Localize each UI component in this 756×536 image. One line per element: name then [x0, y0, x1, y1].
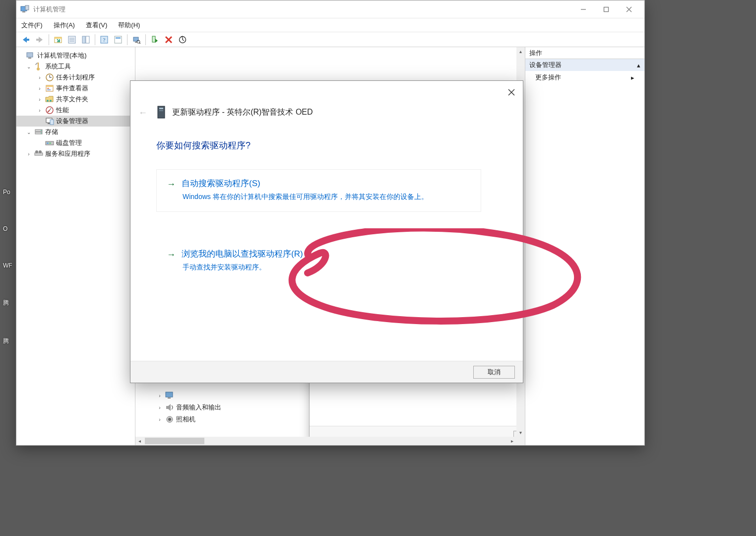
up-button[interactable] — [52, 34, 64, 46]
actions-section[interactable]: 设备管理器 ▴ — [525, 59, 644, 71]
expand-icon[interactable]: › — [36, 97, 43, 102]
svg-point-32 — [37, 67, 40, 70]
svg-point-61 — [168, 418, 171, 421]
wizard-cancel-button[interactable]: 取消 — [473, 366, 515, 379]
tree-storage[interactable]: ⌄ 存储 — [16, 127, 135, 137]
scroll-right-icon[interactable]: ▸ — [508, 437, 516, 445]
actions-more[interactable]: 更多操作 ▸ — [525, 71, 644, 84]
svg-rect-25 — [152, 36, 155, 42]
performance-icon — [45, 106, 54, 115]
menu-action[interactable]: 操作(A) — [54, 21, 75, 30]
expand-icon[interactable]: › — [36, 108, 43, 113]
tree-shared-folders[interactable]: › 共享文件夹 — [16, 94, 135, 105]
menu-help[interactable]: 帮助(H) — [118, 21, 140, 30]
menu-file[interactable]: 文件(F) — [21, 21, 43, 30]
update-driver-button[interactable] — [176, 34, 189, 46]
tree-label: 磁盘管理 — [56, 138, 82, 147]
svg-rect-2 — [25, 5, 29, 10]
device-label: 照相机 — [176, 415, 195, 424]
scroll-up-icon[interactable]: ▴ — [516, 47, 525, 56]
svg-rect-37 — [46, 85, 53, 87]
minimize-button[interactable] — [572, 0, 595, 18]
svg-point-40 — [47, 100, 49, 102]
svg-rect-30 — [28, 58, 31, 59]
tree-label: 共享文件夹 — [56, 95, 88, 104]
device-tree-camera[interactable]: › 照相机 — [141, 413, 221, 425]
disable-device-button[interactable] — [162, 34, 175, 46]
wizard-close-button[interactable] — [505, 86, 518, 99]
svg-point-41 — [50, 100, 52, 102]
toolbar: ? — [16, 32, 644, 47]
event-icon — [45, 84, 54, 93]
device-tree-audio-io[interactable]: › 音频输入和输出 — [141, 402, 221, 413]
device-manager-icon — [45, 117, 54, 126]
camera-icon — [165, 415, 174, 424]
services-icon — [34, 149, 43, 158]
scroll-down-icon[interactable]: ▾ — [516, 428, 525, 437]
expand-icon[interactable]: › — [25, 151, 32, 157]
titlebar[interactable]: 计算机管理 — [16, 0, 644, 18]
expand-icon[interactable]: › — [36, 86, 43, 91]
svg-rect-7 — [26, 39, 29, 41]
view-button[interactable] — [112, 34, 125, 46]
nav-forward-button[interactable] — [33, 34, 46, 46]
svg-line-43 — [48, 110, 50, 112]
tree-task-scheduler[interactable]: › 任务计划程序 — [16, 72, 135, 83]
device-tree-item[interactable]: › — [141, 390, 221, 402]
close-button[interactable] — [618, 0, 640, 18]
actions-more-label: 更多操作 — [535, 73, 561, 82]
app-icon — [20, 5, 29, 14]
tree-performance[interactable]: › 性能 — [16, 105, 135, 116]
wizard-option-browse[interactable]: →浏览我的电脑以查找驱动程序(R) 手动查找并安装驱动程序。 — [156, 240, 481, 282]
svg-line-44 — [50, 108, 51, 110]
scroll-thumb[interactable] — [145, 438, 204, 444]
option-description: Windows 将在你的计算机中搜索最佳可用驱动程序，并将其安装在你的设备上。 — [183, 193, 471, 201]
option-description: 手动查找并安装驱动程序。 — [183, 263, 471, 272]
svg-text:?: ? — [103, 37, 106, 43]
svg-rect-15 — [82, 36, 85, 43]
device-label: 音频输入和输出 — [176, 403, 221, 412]
tree-system-tools[interactable]: ⌄ 系统工具 — [16, 61, 135, 72]
wizard-back-button: ← — [138, 108, 147, 118]
nav-back-button[interactable] — [19, 34, 32, 46]
tree-root[interactable]: 计算机管理(本地) — [16, 50, 135, 61]
maximize-button[interactable] — [595, 0, 618, 18]
tree-disk-management[interactable]: 磁盘管理 — [16, 137, 135, 148]
tree-services-apps[interactable]: › 服务和应用程序 — [16, 148, 135, 159]
tree-device-manager[interactable]: 设备管理器 — [16, 116, 135, 127]
arrow-right-icon: → — [167, 179, 176, 189]
svg-rect-54 — [49, 142, 51, 144]
svg-point-50 — [41, 130, 42, 131]
svg-rect-10 — [55, 37, 62, 39]
scan-hardware-button[interactable] — [130, 34, 143, 46]
tree-label: 计算机管理(本地) — [37, 51, 87, 60]
tree-event-viewer[interactable]: › 事件查看器 — [16, 83, 135, 94]
arrow-right-icon: → — [167, 250, 176, 260]
tree-label: 服务和应用程序 — [45, 149, 90, 158]
expand-icon[interactable]: › — [156, 417, 163, 422]
show-hide-button[interactable] — [79, 34, 92, 46]
window-title: 计算机管理 — [33, 5, 65, 14]
properties-button[interactable] — [65, 34, 78, 46]
expand-icon[interactable]: › — [36, 75, 43, 80]
update-driver-wizard: ← 更新驱动程序 - 英特尔(R)智音技术 OED 你要如何搜索驱动程序? →自… — [130, 80, 523, 383]
clock-icon — [45, 73, 54, 82]
actions-section-label: 设备管理器 — [529, 61, 562, 69]
enable-device-button[interactable] — [148, 34, 161, 46]
svg-line-24 — [139, 43, 140, 44]
svg-rect-70 — [159, 110, 163, 111]
collapse-icon[interactable]: ⌄ — [25, 64, 32, 69]
expand-icon[interactable]: › — [156, 393, 163, 399]
wizard-option-auto-search[interactable]: →自动搜索驱动程序(S) Windows 将在你的计算机中搜索最佳可用驱动程序，… — [156, 169, 481, 212]
separator — [95, 34, 95, 45]
console-tree[interactable]: 计算机管理(本地) ⌄ 系统工具 › 任务计划程序 › — [16, 47, 135, 445]
horizontal-scrollbar[interactable]: ◂ ▸ — [135, 437, 516, 445]
collapse-icon[interactable]: ▴ — [637, 62, 640, 69]
help-button[interactable]: ? — [98, 34, 111, 46]
collapse-icon[interactable]: ⌄ — [25, 130, 32, 135]
svg-rect-8 — [36, 39, 40, 41]
expand-icon[interactable]: › — [156, 405, 163, 410]
scroll-left-icon[interactable]: ◂ — [135, 437, 144, 445]
svg-rect-59 — [168, 398, 171, 399]
menu-view[interactable]: 查看(V) — [86, 21, 107, 30]
